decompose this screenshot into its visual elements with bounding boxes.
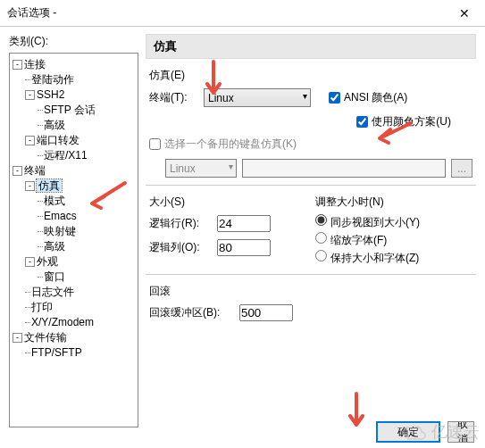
expand-icon[interactable]: - [25,257,35,267]
rows-label: 逻辑行(R): [149,216,212,231]
tree-item-filetransfer[interactable]: 文件传输 [24,331,67,344]
annotation-arrow-icon [344,391,371,436]
tree-item-emacs[interactable]: Emacs [44,210,77,222]
tree-item-portfwd[interactable]: 端口转发 [37,134,79,146]
window-title: 会话选项 - [7,5,56,21]
title-bar: 会话选项 - ✕ [0,0,485,27]
tree-item-sftp[interactable]: SFTP 会话 [44,104,96,116]
expand-icon[interactable]: - [25,136,35,145]
panel-title: 仿真 [146,34,476,59]
resize-keep-radio[interactable]: 保持大小和字体(Z) [315,249,472,267]
cols-input[interactable] [217,239,271,256]
tree-item-logfile[interactable]: 日志文件 [31,286,74,298]
tree-item-terminal[interactable]: 终端 [24,164,46,177]
tree-item-xyz[interactable]: X/Y/Zmodem [31,316,94,328]
tree-item-mapkey[interactable]: 映射键 [44,225,76,237]
tree-item-connection[interactable]: 连接 [24,58,46,71]
tree-item-ftpsftp[interactable]: FTP/SFTP [31,346,82,359]
expand-icon[interactable]: - [13,60,22,70]
tree-item-window[interactable]: 窗口 [44,270,65,283]
resize-sync-radio[interactable]: 同步视图到大小(Y) [315,213,472,231]
emulation-group-label: 仿真(E) [149,68,472,83]
expand-icon[interactable]: - [13,333,22,343]
resize-group-label: 调整大小时(N) [315,195,472,210]
watermark: 亿速云 [401,421,480,443]
tree-item-emulation[interactable]: 仿真 [37,179,62,192]
tree-item-advanced[interactable]: 高级 [44,119,65,131]
size-group-label: 大小(S) [149,195,306,210]
tree-item-appearance[interactable]: 外观 [37,255,58,268]
category-tree[interactable]: -连接 登陆动作 -SSH2 SFTP 会话 高级 -端口转发 [9,53,138,427]
expand-icon[interactable]: - [25,181,35,191]
ansi-color-checkbox[interactable]: ANSI 颜色(A) [329,90,407,105]
terminal-label: 终端(T): [149,90,198,105]
scrollback-input[interactable] [239,304,293,321]
color-scheme-checkbox[interactable]: 使用颜色方案(U) [356,114,451,129]
scrollback-label: 回滚缓冲区(B): [149,305,234,320]
tree-item-login[interactable]: 登陆动作 [31,73,74,86]
alt-keyboard-checkbox[interactable]: 选择一个备用的键盘仿真(K) [149,137,297,152]
tree-item-remotex11[interactable]: 远程/X11 [44,149,88,162]
close-icon[interactable]: ✕ [451,6,478,21]
expand-icon[interactable]: - [13,166,22,176]
alt-keyboard-select: Linux [165,159,237,178]
alt-keyboard-path [242,159,446,178]
category-label: 类别(C): [9,34,138,49]
terminal-select[interactable]: Linux [204,88,311,107]
tree-item-ssh2[interactable]: SSH2 [37,88,64,101]
rows-input[interactable] [217,215,271,232]
resize-zoom-radio[interactable]: 缩放字体(F) [315,231,472,249]
browse-button: ... [451,159,472,178]
cols-label: 逻辑列(O): [149,240,212,255]
expand-icon[interactable]: - [25,90,35,100]
tree-item-mode[interactable]: 模式 [44,195,65,207]
tree-item-advanced[interactable]: 高级 [44,240,65,253]
tree-item-print[interactable]: 打印 [31,301,53,313]
scrollback-group-label: 回滚 [149,284,472,299]
